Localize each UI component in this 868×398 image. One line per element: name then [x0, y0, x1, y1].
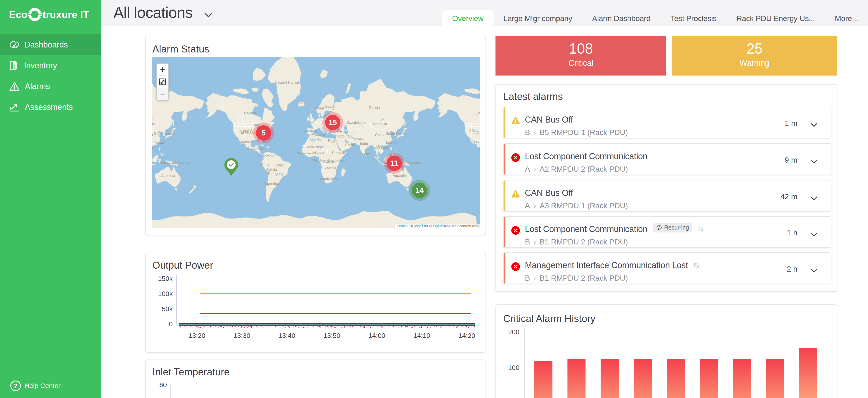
svg-text:Canada: Canada: [475, 111, 480, 115]
svg-text:Guatemala: Guatemala: [247, 147, 264, 150]
svg-text:Niger: Niger: [315, 145, 324, 149]
svg-text:Mongolia: Mongolia: [152, 122, 156, 126]
svg-text:India: India: [360, 142, 368, 145]
svg-text:Colombia: Colombia: [259, 154, 274, 158]
svg-text:14:00: 14:00: [368, 332, 385, 339]
svg-text:Pakistan: Pakistan: [351, 136, 365, 141]
svg-text:0: 0: [169, 320, 173, 328]
svg-text:Russia: Russia: [369, 106, 380, 110]
svg-text:of America: of America: [241, 131, 258, 134]
svg-text:South Korea: South Korea: [385, 132, 406, 135]
svg-text:Tunisia: Tunisia: [314, 133, 325, 137]
svg-text:España: España: [305, 128, 317, 132]
svg-text:Algeria: Algeria: [309, 138, 321, 142]
svg-text:Argentina: Argentina: [264, 182, 279, 186]
svg-text:Nigeria: Nigeria: [313, 151, 324, 154]
svg-text:South Africa: South Africa: [320, 177, 339, 181]
svg-text:Guatemala: Guatemala: [478, 147, 480, 150]
svg-text:Island: Island: [297, 101, 307, 105]
svg-text:Taiwan: Taiwan: [385, 141, 397, 145]
svg-text:14:10: 14:10: [413, 332, 430, 339]
svg-text:Papua New Guinea: Papua New Guinea: [160, 160, 189, 164]
svg-text:Kalaallit Nunaat: Kalaallit Nunaat: [275, 81, 299, 84]
svg-text:13:30: 13:30: [233, 332, 250, 339]
svg-text:Việt Nam: Việt Nam: [152, 146, 157, 150]
svg-text:Sri Lanka: Sri Lanka: [357, 152, 372, 156]
svg-text:13:50: 13:50: [323, 332, 340, 339]
svg-text:?: ?: [14, 382, 18, 390]
svg-text:Perú: Perú: [261, 163, 269, 167]
svg-text:Zambia: Zambia: [325, 166, 336, 170]
svg-text:Egypt: Egypt: [328, 139, 338, 143]
svg-text:Kazakhstan: Kazakhstan: [347, 121, 366, 125]
svg-text:Việt Nam: Việt Nam: [374, 146, 388, 150]
svg-text:Mongolia: Mongolia: [373, 122, 387, 126]
svg-text:Brasil: Brasil: [275, 163, 284, 167]
svg-text:Canada: Canada: [244, 111, 257, 115]
svg-text:Bolivia: Bolivia: [266, 168, 277, 172]
svg-text:13:20: 13:20: [188, 332, 205, 339]
svg-text:of America: of America: [472, 131, 480, 134]
svg-text:Sierra Leone: Sierra Leone: [297, 152, 314, 155]
svg-text:Ethiopia: Ethiopia: [332, 151, 345, 155]
svg-text:du Congo: du Congo: [322, 160, 335, 163]
svg-text:100k: 100k: [158, 290, 173, 297]
svg-text:Australia: Australia: [161, 174, 175, 178]
svg-text:Australia: Australia: [393, 174, 407, 178]
svg-text:Taiwan: Taiwan: [154, 141, 165, 145]
svg-text:60: 60: [159, 381, 167, 389]
svg-text:México: México: [241, 140, 253, 144]
svg-text:200: 200: [508, 328, 520, 336]
svg-text:150k: 150k: [158, 275, 173, 282]
svg-text:South Korea: South Korea: [154, 132, 174, 135]
svg-text:México: México: [473, 140, 480, 144]
svg-text:100: 100: [508, 364, 520, 371]
svg-text:13:40: 13:40: [278, 332, 295, 339]
svg-text:50k: 50k: [162, 305, 173, 312]
svg-text:14:20: 14:20: [458, 332, 475, 339]
svg-text:Paraguay: Paraguay: [268, 172, 284, 176]
svg-text:Suomi: Suomi: [325, 104, 335, 108]
svg-text:Mali: Mali: [307, 145, 314, 149]
svg-text:China: China: [152, 133, 153, 137]
svg-text:Iraq: Iraq: [338, 134, 344, 138]
svg-text:Iran: Iran: [345, 134, 352, 138]
svg-text:China: China: [375, 133, 384, 137]
svg-text:Oman: Oman: [345, 143, 354, 147]
svg-text:Norge: Norge: [314, 106, 324, 110]
